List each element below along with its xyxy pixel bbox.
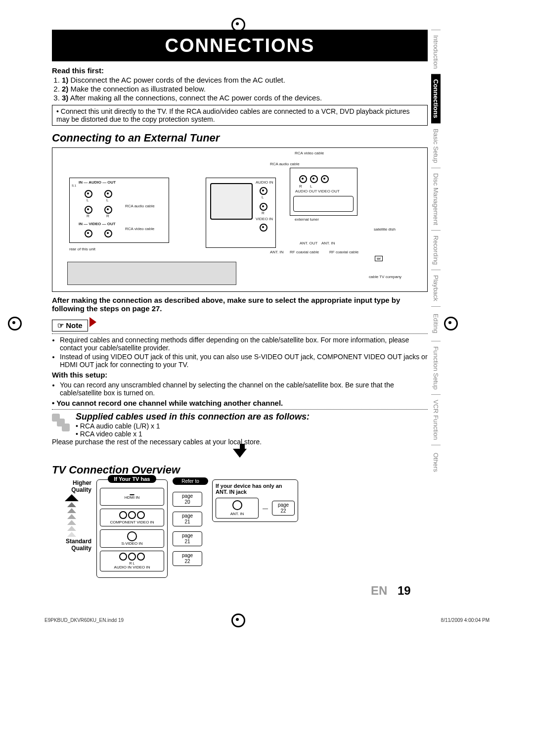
triangle-up-icon [67,532,76,537]
label-audio-in: AUDIO IN [256,180,273,185]
if-tv-has-header: If Your TV has [108,475,156,483]
page-number: EN 19 [371,584,411,598]
section-tabs: Introduction Connections Basic Setup Dis… [431,30,446,479]
jack-icon [260,187,267,195]
label-s1: S.1 [72,184,76,187]
label-audio-out: AUDIO OUT [295,189,317,193]
label-external-tuner: external tuner [295,217,319,222]
jack-icon [85,230,92,237]
label-rca-video2: RCA video cable [125,227,154,231]
cable-icons [52,414,72,433]
opt-av: R L AUDIO IN VIDEO IN [100,551,164,571]
note-bullet-2: Instead of using VIDEO OUT jack of this … [60,353,428,369]
supplied-item-1: RCA audio cable (L/R) x 1 [80,422,160,430]
divider [52,333,428,334]
label-in-video-out: IN — VIDEO — OUT [79,222,116,226]
tab-vcr-function: VCR Function [431,394,441,445]
label-r: R [87,214,89,218]
label-l: L [87,198,89,202]
refer-to-header: Refer to [173,477,208,485]
read-first-steps: 1) Disconnect the AC power cords of the … [52,76,428,102]
registration-mark-icon [444,317,458,331]
opt-svideo-label: S-VIDEO IN [121,541,142,546]
arrow-icon [89,317,96,327]
jack-icon [104,190,112,198]
section-tv-overview: TV Connection Overview [52,464,428,476]
hand-icon: ☞ [57,321,64,330]
tab-basic-setup: Basic Setup [431,123,441,168]
label-rca-video: RCA video cable [295,151,324,155]
jack-icon [260,224,267,232]
jack-icon [321,175,329,183]
label-rca-audio2: RCA audio cable [125,204,155,208]
label-rf1: RF coaxial cable [290,250,319,254]
jack-icon [260,203,267,211]
if-tv-has-column: If Your TV has HDMI IN COMPONENT VIDEO I… [96,479,168,578]
cannot-note: • You cannot record one channel while wa… [52,399,428,407]
triangle-up-icon [67,508,76,513]
refer-to-column: Refer to page20 page21 page21 page22 [173,479,202,566]
section-external-tuner: Connecting to an External Tuner [52,132,428,144]
label-video-in: VIDEO IN [256,217,273,221]
triangle-up-icon [67,502,76,507]
label-r: R [106,214,109,218]
page-ref-21a: page21 [173,512,202,526]
label-ant-in2: ANT. IN [321,241,335,245]
tab-connections: Connections [431,74,441,123]
jack-icon [119,511,127,519]
step-3: After making all the connections, connec… [70,94,322,102]
registration-mark-icon [8,317,22,331]
jack-icon [104,206,112,214]
divider [52,409,428,410]
unit-illustration [67,262,236,285]
lang-label: EN [371,584,387,597]
tab-disc-management: Disc Management [431,168,441,230]
page-ref-20: page20 [173,492,202,507]
opt-av-sub: R L [130,562,135,565]
connection-diagram: RCA video cable RCA audio cable IN — AUD… [52,147,428,292]
step-2: Make the connection as illustrated below… [71,85,206,93]
with-setup-heading: With this setup: [52,371,428,379]
jack-icon [137,553,145,561]
opt-component: COMPONENT VIDEO IN [100,509,164,526]
after-connection-note: After making the connection as described… [52,296,428,313]
read-first-heading: Read this first: [52,66,428,75]
triangle-up-icon [65,494,79,501]
arrow-down-icon [233,449,247,458]
label-l: L [262,195,264,199]
info-text: Connect this unit directly to the TV. If… [56,107,410,123]
label-l2: L [310,184,312,189]
triangle-up-icon [67,526,76,531]
info-box: • Connect this unit directly to the TV. … [52,105,428,126]
note-badge: ☞ Note [52,320,88,331]
tv-overview-table: Higher Quality Standard Quality If Your … [52,479,428,578]
tab-playback: Playback [431,270,441,306]
note-bullet-1: Required cables and connecting methods d… [60,336,428,352]
quality-scale: Higher Quality Standard Quality [52,479,91,552]
jack-icon [104,230,112,237]
page-num: 19 [398,584,411,597]
triangle-up-icon [67,520,76,525]
ant-heading: If your device has only an ANT. IN jack [216,483,295,495]
ant-in-column: If your device has only an ANT. IN jack … [212,479,298,522]
label-or: or [375,256,383,261]
tv-screen-icon [210,183,253,220]
label-rca-audio: RCA audio cable [270,162,300,166]
imprint-file: E9PKBUD_DKVR60KU_EN.indd 19 [44,617,124,623]
jack-icon [310,175,318,183]
note-label: Note [66,321,82,330]
label-cable-tv: cable TV company [369,275,401,279]
coax-port-icon [232,500,242,510]
label-l: L [106,198,108,202]
supplied-title: Supplied cables used in this connection … [52,412,428,422]
tab-introduction: Introduction [431,30,441,74]
label-r: R [262,211,265,215]
standard-quality-label: Standard Quality [52,538,91,552]
setup-bullet-1: You can record any unscrambled channel b… [60,381,428,397]
jack-icon [119,553,127,561]
triangle-up-icon [67,514,76,519]
unit-rear-box: IN — AUDIO — OUT S.1 L L R R IN — VIDEO … [69,178,169,243]
jack-icon [85,206,92,214]
label-rf2: RF coaxial cable [329,250,358,254]
opt-hdmi: HDMI IN [100,488,164,506]
